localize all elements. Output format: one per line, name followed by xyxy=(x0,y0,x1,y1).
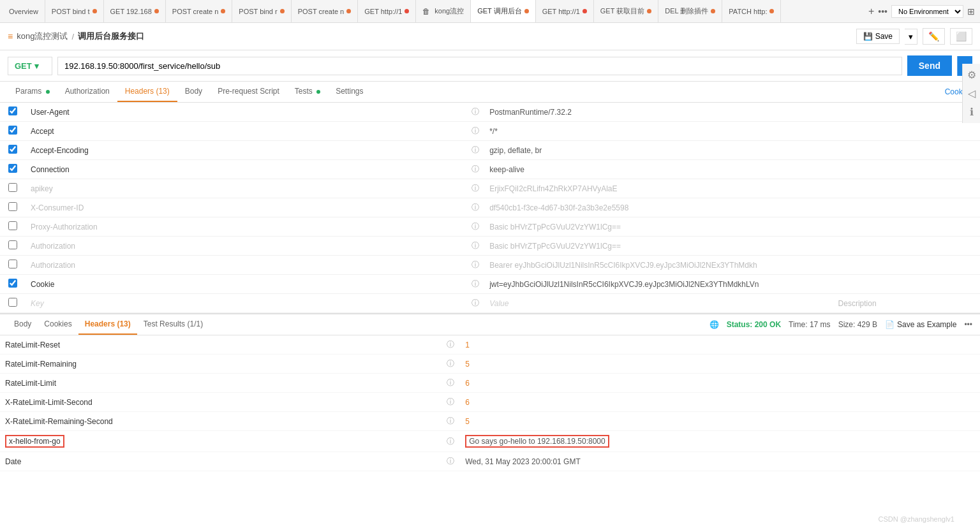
header-checkbox[interactable] xyxy=(8,145,17,154)
layout-icon-button[interactable]: ⬜ xyxy=(950,28,972,45)
header-value: jwt=eyJhbGciOiJlUzl1NilsInR5cCI6IkpXVCJ9… xyxy=(489,280,759,289)
tab-patch-http[interactable]: PATCH http: xyxy=(722,0,781,22)
grid-icon[interactable]: ⊞ xyxy=(967,6,975,17)
more-tabs-button[interactable]: ••• xyxy=(878,6,887,17)
tab-dot xyxy=(346,9,351,13)
tab-post-bind-t[interactable]: POST bind t xyxy=(45,0,104,22)
tab-dot xyxy=(93,9,97,13)
params-dot xyxy=(46,90,50,94)
header-value: df540cb1-f3ce-4d67-b30f-2a3b3e2e5598 xyxy=(489,203,628,212)
tab-headers[interactable]: Headers (13) xyxy=(117,82,177,102)
info-icon: ⓘ xyxy=(447,359,454,368)
info-icon: ⓘ xyxy=(471,107,479,116)
request-header-row: apikey ⓘ ErjixFQiI2cRLifn4ZhRkXP7AHVyAla… xyxy=(0,179,980,198)
header-value: keep-alive xyxy=(489,165,524,174)
environment-select[interactable]: No Environment xyxy=(891,5,963,18)
request-header-row: Cookie ⓘ jwt=eyJhbGciOiJlUzl1NilsInR5cCI… xyxy=(0,275,980,294)
tab-overview-label: Overview xyxy=(9,8,38,15)
save-icon: 💾 xyxy=(863,32,873,41)
info-icon: ⓘ xyxy=(471,165,479,173)
tab-params[interactable]: Params xyxy=(8,82,57,102)
edit-icon-button[interactable]: ✏️ xyxy=(923,28,945,45)
right-panel: ⚙ ◁ ℹ xyxy=(962,64,980,123)
response-time: Time: 17 ms xyxy=(789,320,831,329)
header-checkbox[interactable] xyxy=(8,279,17,288)
tab-dot xyxy=(405,9,409,13)
response-header-row: RateLimit-Limit ⓘ 6 xyxy=(0,374,980,393)
header-checkbox[interactable] xyxy=(8,106,17,115)
header-value: ErjixFQiI2cRLifn4ZhRkXP7AHVyAlaE xyxy=(489,184,617,193)
tests-dot xyxy=(316,90,320,94)
tab-label: GET http://1 xyxy=(542,8,580,15)
tab-label: POST create n xyxy=(298,8,345,15)
tab-post-create-n1[interactable]: POST create n xyxy=(166,0,233,22)
header-checkbox[interactable] xyxy=(8,126,17,135)
resp-tab-body[interactable]: Body xyxy=(8,314,38,335)
response-header-row: X-Kong-... ⓘ 2 xyxy=(0,471,980,476)
info-icon: ⓘ xyxy=(471,184,479,193)
tab-label: DEL 删除插件 xyxy=(665,6,708,16)
info-icon: ⓘ xyxy=(447,416,454,425)
send-button[interactable]: Send xyxy=(907,55,952,76)
save-dropdown-button[interactable]: ▾ xyxy=(905,29,917,45)
tab-get-http1[interactable]: GET http://1 xyxy=(358,0,416,22)
response-headers-content: RateLimit-Reset ⓘ 1 RateLimit-Remaining … xyxy=(0,335,980,476)
info-icon: ⓘ xyxy=(471,241,479,250)
response-header-row: RateLimit-Reset ⓘ 1 xyxy=(0,335,980,355)
tab-get-fetch[interactable]: GET 获取目前 xyxy=(594,0,658,22)
tab-kong-flow[interactable]: 🗑 kong流控 xyxy=(416,0,471,22)
sidebar-collapse-icon[interactable]: ◁ xyxy=(968,87,976,99)
sidebar-toggle-icon[interactable]: ⚙ xyxy=(967,69,976,81)
url-input[interactable] xyxy=(57,57,902,75)
response-header-value: 1 xyxy=(465,341,470,349)
info-icon: ⓘ xyxy=(447,340,454,349)
tab-body[interactable]: Body xyxy=(177,82,210,102)
method-select[interactable]: GET ▾ xyxy=(8,57,52,75)
tab-post-create-n2[interactable]: POST create n xyxy=(292,0,359,22)
tab-dot xyxy=(154,9,159,13)
save-button[interactable]: 💾 Save xyxy=(856,29,900,44)
tab-get-backend[interactable]: GET 调用后台 xyxy=(471,0,535,22)
header-checkbox[interactable] xyxy=(8,298,17,307)
tab-pre-request[interactable]: Pre-request Script xyxy=(210,82,287,102)
header-checkbox[interactable] xyxy=(8,240,17,249)
resp-tab-test-results[interactable]: Test Results (1/1) xyxy=(137,314,209,335)
tab-overview[interactable]: Overview xyxy=(3,0,45,22)
add-tab-button[interactable]: + xyxy=(868,6,874,17)
info-icon[interactable]: ℹ xyxy=(970,106,974,118)
tab-get-http2[interactable]: GET http://1 xyxy=(536,0,594,22)
save-example-button[interactable]: 📄 Save as Example xyxy=(885,320,956,329)
tab-tests[interactable]: Tests xyxy=(287,82,328,102)
header-checkbox[interactable] xyxy=(8,164,17,173)
response-header-row: X-RateLimit-Remaining-Second ⓘ 5 xyxy=(0,412,980,431)
tab-dot xyxy=(647,9,651,13)
tab-get-192[interactable]: GET 192.168 xyxy=(104,0,166,22)
response-header-row: x-hello-from-go ⓘ Go says go-hello to 19… xyxy=(0,431,980,452)
response-header-row: Date ⓘ Wed, 31 May 2023 20:00:01 GMT xyxy=(0,452,980,471)
info-icon: ⓘ xyxy=(447,457,454,466)
tab-del-remove[interactable]: DEL 删除插件 xyxy=(658,0,722,22)
response-header-key: RateLimit-Limit xyxy=(5,379,56,388)
tab-settings[interactable]: Settings xyxy=(328,82,371,102)
breadcrumb: ≡ kong流控测试 / 调用后台服务接口 xyxy=(8,31,144,42)
tab-label: POST create n xyxy=(172,8,219,15)
tab-label: GET 获取目前 xyxy=(600,6,644,16)
header-value: */* xyxy=(489,127,498,136)
request-header-row: Authorization ⓘ Bearer eyJhbGciOiJlUzl1N… xyxy=(0,256,980,275)
header-key: Accept xyxy=(31,127,54,136)
resp-tab-headers[interactable]: Headers (13) xyxy=(78,314,137,335)
header-checkbox[interactable] xyxy=(8,183,17,192)
tab-dot xyxy=(711,9,715,13)
response-more-button[interactable]: ••• xyxy=(964,320,972,329)
header-checkbox[interactable] xyxy=(8,221,17,230)
collection-icon: ≡ xyxy=(8,31,13,41)
header-checkbox[interactable] xyxy=(8,260,17,268)
response-status-bar: 🌐 Status: 200 OK Time: 17 ms Size: 429 B… xyxy=(709,320,972,329)
response-header-key: Date xyxy=(5,457,21,466)
info-icon: ⓘ xyxy=(447,378,454,387)
resp-tab-cookies[interactable]: Cookies xyxy=(38,314,78,335)
tab-post-bind-r[interactable]: POST bind r xyxy=(232,0,291,22)
tab-authorization[interactable]: Authorization xyxy=(57,82,117,102)
response-headers-table: RateLimit-Reset ⓘ 1 RateLimit-Remaining … xyxy=(0,335,980,476)
header-checkbox[interactable] xyxy=(8,202,17,211)
